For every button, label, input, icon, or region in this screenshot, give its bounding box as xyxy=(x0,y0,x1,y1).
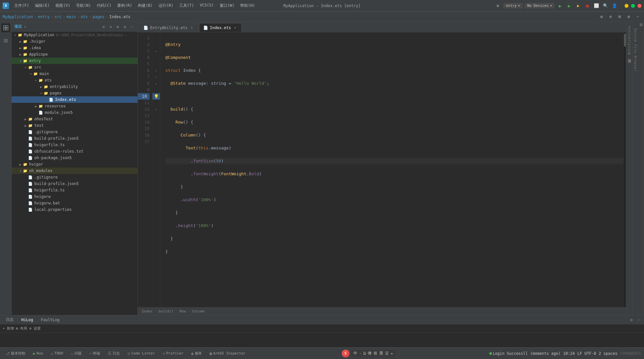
breadcrumb-myapplication[interactable]: MyApplication xyxy=(3,15,33,19)
breadcrumb-entry[interactable]: entry xyxy=(38,15,50,19)
run-button[interactable]: ▶ xyxy=(557,2,564,9)
stop-icon[interactable]: ■ xyxy=(584,2,591,9)
breadcrumb-pages[interactable]: pages xyxy=(93,15,105,19)
list-icon[interactable]: ≡ xyxy=(607,13,614,20)
fold-12[interactable]: ▾ xyxy=(152,106,160,113)
tree-obfuscation[interactable]: 📄 obfuscation-rules.txt xyxy=(12,148,138,155)
device-file-browser-label[interactable]: Device File Browser xyxy=(634,28,637,71)
breadcrumb-main[interactable]: main xyxy=(66,15,76,19)
tree-idea[interactable]: ▶ 📁 .idea xyxy=(12,45,138,51)
tree-hvigor[interactable]: ▶ 📁 .hvigor xyxy=(12,38,138,45)
tree-main[interactable]: ▾ 📁 main xyxy=(12,71,138,77)
tree-oh-package[interactable]: 📄 oh-package.json5 xyxy=(12,155,138,161)
taskbar-run[interactable]: ▶ Run xyxy=(30,351,46,356)
tree-src[interactable]: ▾ 📁 src xyxy=(12,64,138,71)
menu-navigate[interactable]: 导航(N) xyxy=(73,2,94,10)
tree-test[interactable]: ▶ 📁 test xyxy=(12,122,138,129)
profile-icon[interactable]: 👤 xyxy=(611,2,618,9)
tree-ohostest[interactable]: ▶ 📁 ohosTest xyxy=(12,116,138,122)
taskbar-terminal[interactable]: ✂ 终端 xyxy=(87,350,103,356)
sidebar-minus-icon[interactable]: − xyxy=(129,24,135,30)
taskbar-log[interactable]: ☰ 日志 xyxy=(105,350,122,356)
tree-module-json5[interactable]: 📄 module.json5 xyxy=(12,109,138,116)
tree-oh-build-profile[interactable]: 📄 build-profile.json5 xyxy=(12,180,138,187)
input-method-bar[interactable]: 中 · Ω 佛 俗 墨 ☰ ✦ xyxy=(351,350,396,357)
fold-6[interactable]: ▾ xyxy=(152,67,160,74)
breadcrumb-ets[interactable]: ets xyxy=(81,15,88,19)
tree-oh-local-properties[interactable]: 📄 local.properties xyxy=(12,206,138,213)
menu-refactor[interactable]: 重构(R) xyxy=(115,2,135,10)
taskbar-codelinter[interactable]: ◎ Code Linter xyxy=(125,351,157,356)
tree-root-myapplication[interactable]: ▾ 📁 MyApplication D:\002_Project\014_Dev… xyxy=(12,32,138,38)
tab-index-ets[interactable]: 📄 Index.ets × xyxy=(199,23,242,32)
debug-button[interactable]: ▶ xyxy=(566,2,573,9)
tree-entry[interactable]: ▾ 📁 entry xyxy=(12,58,138,64)
tree-oh-hvigorw[interactable]: 📄 hvigorw xyxy=(12,193,138,200)
structure-icon[interactable] xyxy=(1,36,10,45)
tree-hvigorfile-ts[interactable]: 📄 hvigorfile.ts xyxy=(12,142,138,148)
log-tab-hilog[interactable]: HiLog xyxy=(18,317,36,323)
fold-7[interactable]: ▾ xyxy=(152,74,160,80)
tree-oh-hvigorfile[interactable]: 📄 hvigorfile.ts xyxy=(12,187,138,193)
layout-btn[interactable]: ⊞ 布局 xyxy=(16,326,27,331)
tree-ets[interactable]: ▾ 📁 ets xyxy=(12,77,138,83)
config-icon[interactable]: ⚙ xyxy=(598,13,605,20)
bookmarks-label[interactable]: 书签 xyxy=(639,28,643,29)
device-selector[interactable]: No Devices ▾ xyxy=(525,3,555,8)
input-icon[interactable]: S xyxy=(342,350,350,357)
taskbar-service[interactable]: ◉ 服务 xyxy=(189,350,205,356)
tree-gitignore-entry[interactable]: 📄 .gitignore xyxy=(12,129,138,135)
tree-resources[interactable]: ▶ 📁 resources xyxy=(12,103,138,109)
coverage-icon[interactable]: ▶ xyxy=(575,2,582,9)
search-icon[interactable]: 🔍 xyxy=(602,2,609,9)
tree-index-ets[interactable]: 📄 Index.ets xyxy=(12,96,138,103)
close-icon-log[interactable]: − xyxy=(636,317,641,323)
entry-selector[interactable]: entry ▾ xyxy=(503,3,523,8)
tree-hvigor-root[interactable]: ▶ 📁 hvigor xyxy=(12,161,138,168)
breadcrumb-src[interactable]: src xyxy=(55,15,62,19)
code-editor[interactable]: @Entry @Component struct Index { @State … xyxy=(160,32,623,307)
tree-pages[interactable]: ▾ 📁 pages xyxy=(12,90,138,96)
menu-build[interactable]: 构建(B) xyxy=(135,2,155,10)
sidebar-settings-icon[interactable]: ⚙ xyxy=(101,24,106,30)
fold-3[interactable]: ▾ xyxy=(152,48,160,54)
tree-oh-hvigorw-bat[interactable]: 📄 hvigorw.bat xyxy=(12,200,138,206)
tab-close-index[interactable]: × xyxy=(233,26,238,30)
sidebar-layout-icon[interactable]: ≡ xyxy=(108,24,114,30)
layout-icon[interactable]: ⊞ xyxy=(616,13,623,20)
settings-icon2[interactable]: ⚙ xyxy=(625,13,632,20)
menu-code[interactable]: 代码(C) xyxy=(94,2,114,10)
tab-close-entryability[interactable]: × xyxy=(190,26,194,30)
menu-run[interactable]: 运行(R) xyxy=(156,2,176,10)
log-tab-faultlog[interactable]: FaultLog xyxy=(38,317,63,323)
tab-entryability[interactable]: 📄 EntryAbility.ets × xyxy=(139,23,198,32)
sidebar-gear-icon[interactable]: ⚙ xyxy=(122,24,128,30)
bulb-icon[interactable]: 💡 xyxy=(152,93,160,100)
settings-icon-log[interactable]: ⚙ xyxy=(628,317,634,323)
close-panel-icon[interactable]: − xyxy=(634,13,641,20)
close-button[interactable] xyxy=(638,4,641,8)
tree-entryability[interactable]: ▶ 📁 entryability xyxy=(12,83,138,90)
minimize-button[interactable] xyxy=(625,4,628,8)
log-tab-log[interactable]: 日志 xyxy=(3,316,17,323)
tree-oh-gitignore[interactable]: 📄 .gitignore xyxy=(12,174,138,180)
notifications-label[interactable]: Notifications xyxy=(627,25,631,55)
menu-help[interactable]: 帮助(H) xyxy=(238,2,258,10)
project-tree-icon[interactable] xyxy=(1,23,10,32)
taskbar-profiler[interactable]: ≈ Profiler xyxy=(160,351,186,356)
taskbar-vcs[interactable]: ⎇ 版本控制 xyxy=(3,350,28,356)
menu-view[interactable]: 视图(V) xyxy=(53,2,73,10)
taskbar-todo[interactable]: ☑ TODO xyxy=(48,351,66,356)
fold-8[interactable]: ▾ xyxy=(152,80,160,87)
settings-icon[interactable]: ⚙ xyxy=(494,2,501,9)
menu-tools[interactable]: 工具(T) xyxy=(177,2,197,10)
menu-window[interactable]: 窗口(W) xyxy=(217,2,237,10)
tree-build-profile[interactable]: 📄 build-profile.json5 xyxy=(12,135,138,142)
settings-btn[interactable]: ⚙ 设置 xyxy=(29,326,41,331)
editor-scrollbar[interactable] xyxy=(623,32,626,307)
inspect-label[interactable]: 问题检查 xyxy=(627,64,632,66)
taskbar-issues[interactable]: ⚠ 问题 xyxy=(68,350,84,356)
tree-oh-modules[interactable]: ▾ 📁 oh_modules xyxy=(12,168,138,174)
add-new-btn[interactable]: + 新增 xyxy=(3,326,14,331)
tree-appscope[interactable]: ▶ 📁 AppScope xyxy=(12,51,138,58)
